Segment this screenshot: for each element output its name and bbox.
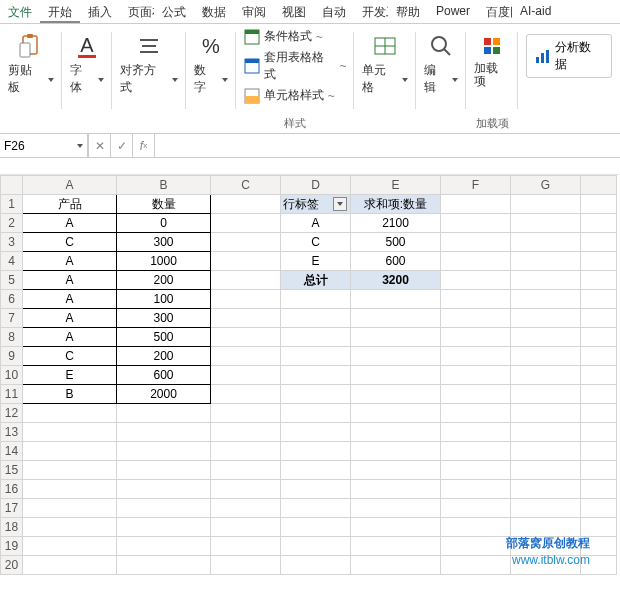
col-header-E[interactable]: E — [351, 176, 441, 195]
cell-F8[interactable] — [441, 328, 511, 347]
cell-B19[interactable] — [117, 537, 211, 556]
cell-E11[interactable] — [351, 385, 441, 404]
cell-H4[interactable] — [581, 252, 617, 271]
font-button[interactable]: A 字体 — [70, 28, 104, 96]
cell-D20[interactable] — [281, 556, 351, 575]
cell-H5[interactable] — [581, 271, 617, 290]
cell-F5[interactable] — [441, 271, 511, 290]
cell-D19[interactable] — [281, 537, 351, 556]
cell-B20[interactable] — [117, 556, 211, 575]
cell-B10[interactable]: 600 — [117, 366, 211, 385]
cell-G7[interactable] — [511, 309, 581, 328]
row-header-5[interactable]: 5 — [1, 271, 23, 290]
cell-G11[interactable] — [511, 385, 581, 404]
cell-H1[interactable] — [581, 195, 617, 214]
cell-B11[interactable]: 2000 — [117, 385, 211, 404]
cell-E14[interactable] — [351, 442, 441, 461]
cell-E6[interactable] — [351, 290, 441, 309]
cell-E12[interactable] — [351, 404, 441, 423]
cell-H2[interactable] — [581, 214, 617, 233]
row-header-14[interactable]: 14 — [1, 442, 23, 461]
cell-G9[interactable] — [511, 347, 581, 366]
cell-G5[interactable] — [511, 271, 581, 290]
cell-D10[interactable] — [281, 366, 351, 385]
cell-G1[interactable] — [511, 195, 581, 214]
cell-H13[interactable] — [581, 423, 617, 442]
cell-G6[interactable] — [511, 290, 581, 309]
cell-G2[interactable] — [511, 214, 581, 233]
cell-D16[interactable] — [281, 480, 351, 499]
cell-E17[interactable] — [351, 499, 441, 518]
cell-G18[interactable] — [511, 518, 581, 537]
cell-H3[interactable] — [581, 233, 617, 252]
cell-D5[interactable]: 总计 — [281, 271, 351, 290]
cell-F19[interactable] — [441, 537, 511, 556]
cell-H12[interactable] — [581, 404, 617, 423]
cell-F1[interactable] — [441, 195, 511, 214]
row-header-3[interactable]: 3 — [1, 233, 23, 252]
pivot-filter-button[interactable] — [333, 197, 347, 211]
cell-D8[interactable] — [281, 328, 351, 347]
cell-E19[interactable] — [351, 537, 441, 556]
cell-C8[interactable] — [211, 328, 281, 347]
addin-button[interactable]: 加载项 — [474, 28, 510, 88]
cell-A4[interactable]: A — [23, 252, 117, 271]
cell-D6[interactable] — [281, 290, 351, 309]
cell-B5[interactable]: 200 — [117, 271, 211, 290]
cell-C10[interactable] — [211, 366, 281, 385]
tab-auto[interactable]: 自动 — [314, 0, 354, 23]
cell-E13[interactable] — [351, 423, 441, 442]
cell-G3[interactable] — [511, 233, 581, 252]
cell-F6[interactable] — [441, 290, 511, 309]
cells-button[interactable]: 单元格 — [362, 28, 408, 96]
cell-D3[interactable]: C — [281, 233, 351, 252]
cell-E9[interactable] — [351, 347, 441, 366]
cell-D12[interactable] — [281, 404, 351, 423]
cell-D2[interactable]: A — [281, 214, 351, 233]
cell-D13[interactable] — [281, 423, 351, 442]
cell-H16[interactable] — [581, 480, 617, 499]
cell-C14[interactable] — [211, 442, 281, 461]
cell-F3[interactable] — [441, 233, 511, 252]
cell-A18[interactable] — [23, 518, 117, 537]
cell-D9[interactable] — [281, 347, 351, 366]
cell-G14[interactable] — [511, 442, 581, 461]
analyze-data-button[interactable]: 分析数据 — [526, 34, 612, 78]
cell-H6[interactable] — [581, 290, 617, 309]
cell-B7[interactable]: 300 — [117, 309, 211, 328]
cell-B12[interactable] — [117, 404, 211, 423]
cell-F11[interactable] — [441, 385, 511, 404]
cell-E7[interactable] — [351, 309, 441, 328]
cell-C11[interactable] — [211, 385, 281, 404]
cell-B1[interactable]: 数量 — [117, 195, 211, 214]
cell-C1[interactable] — [211, 195, 281, 214]
cell-A6[interactable]: A — [23, 290, 117, 309]
cell-F4[interactable] — [441, 252, 511, 271]
cell-G12[interactable] — [511, 404, 581, 423]
cell-A19[interactable] — [23, 537, 117, 556]
cell-C3[interactable] — [211, 233, 281, 252]
cell-G15[interactable] — [511, 461, 581, 480]
tab-view[interactable]: 视图 — [274, 0, 314, 23]
cell-C2[interactable] — [211, 214, 281, 233]
cell-A15[interactable] — [23, 461, 117, 480]
cell-E1[interactable]: 求和项:数量 — [351, 195, 441, 214]
cell-D15[interactable] — [281, 461, 351, 480]
cell-A1[interactable]: 产品 — [23, 195, 117, 214]
cell-A17[interactable] — [23, 499, 117, 518]
cell-C12[interactable] — [211, 404, 281, 423]
cell-C17[interactable] — [211, 499, 281, 518]
cell-B2[interactable]: 0 — [117, 214, 211, 233]
cell-F16[interactable] — [441, 480, 511, 499]
row-header-8[interactable]: 8 — [1, 328, 23, 347]
row-header-10[interactable]: 10 — [1, 366, 23, 385]
name-box-input[interactable] — [4, 139, 54, 153]
cell-F12[interactable] — [441, 404, 511, 423]
cell-E15[interactable] — [351, 461, 441, 480]
cell-F17[interactable] — [441, 499, 511, 518]
grid[interactable]: ABCDEFG1产品数量行标签求和项:数量2A0A21003C300C5004A… — [0, 175, 617, 575]
cell-B4[interactable]: 1000 — [117, 252, 211, 271]
col-header-extra[interactable] — [581, 176, 617, 195]
clipboard-button[interactable]: 剪贴板 — [8, 28, 54, 96]
cell-H8[interactable] — [581, 328, 617, 347]
